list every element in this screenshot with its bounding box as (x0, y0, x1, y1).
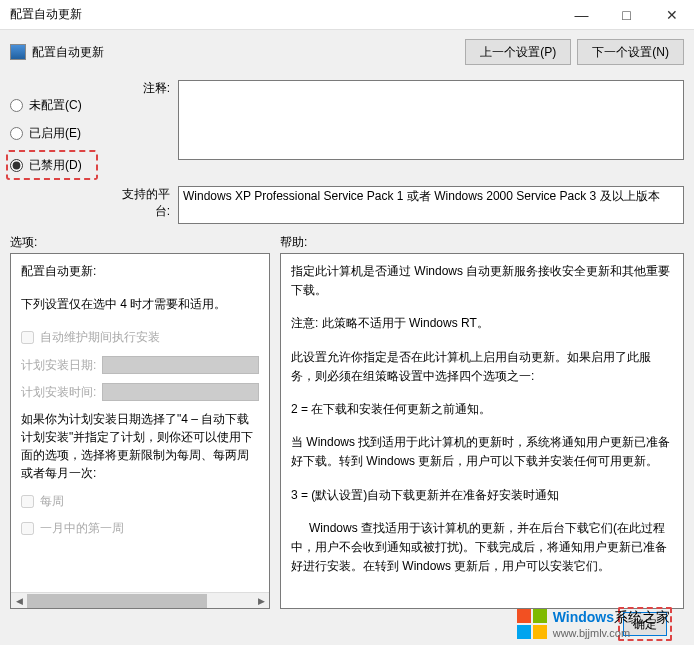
help-inner: 指定此计算机是否通过 Windows 自动更新服务接收安全更新和其他重要下载。 … (291, 262, 673, 576)
checkbox-auto-maintain[interactable]: 自动维护期间执行安装 (21, 328, 259, 347)
radio-not-configured-input[interactable] (10, 99, 23, 112)
toolbar-title: 配置自动更新 (32, 44, 459, 61)
checkbox-weekly-label: 每周 (40, 492, 64, 511)
radio-disabled-label: 已禁用(D) (29, 157, 82, 174)
maximize-button[interactable]: □ (604, 0, 649, 30)
checkbox-first-week-input (21, 522, 34, 535)
platform-label: 支持的平台: (110, 186, 178, 220)
comment-textarea[interactable] (178, 80, 684, 160)
close-button[interactable]: ✕ (649, 0, 694, 30)
comment-field-col (178, 80, 684, 180)
watermark-text: Windows系统之家 www.bjjmlv.com (553, 609, 670, 639)
radio-not-configured[interactable]: 未配置(C) (10, 94, 110, 116)
plan-date-select (102, 356, 259, 374)
options-panel: 配置自动更新: 下列设置仅在选中 4 时才需要和适用。 自动维护期间执行安装 计… (10, 253, 270, 609)
plan-time-select (102, 383, 259, 401)
highlight-disabled: 已禁用(D) (6, 150, 98, 180)
windows-logo-icon (517, 609, 547, 639)
plan-time-row: 计划安装时间: (21, 383, 259, 402)
plan-time-label: 计划安装时间: (21, 383, 96, 402)
platform-box[interactable]: Windows XP Professional Service Pack 1 或… (178, 186, 684, 224)
watermark-suffix: 系统之家 (614, 609, 670, 625)
help-panel: 指定此计算机是否通过 Windows 自动更新服务接收安全更新和其他重要下载。 … (280, 253, 684, 609)
help-p5: 当 Windows 找到适用于此计算机的更新时，系统将通知用户更新已准备好下载。… (291, 433, 673, 471)
radio-enabled[interactable]: 已启用(E) (10, 122, 110, 144)
options-note: 下列设置仅在选中 4 时才需要和适用。 (21, 295, 259, 314)
radio-disabled[interactable]: 已禁用(D) (10, 154, 92, 176)
radio-not-configured-label: 未配置(C) (29, 97, 82, 114)
platform-row: 支持的平台: Windows XP Professional Service P… (0, 186, 694, 230)
plan-date-label: 计划安装日期: (21, 356, 96, 375)
watermark-url: www.bjjmlv.com (553, 627, 670, 639)
policy-icon (10, 44, 26, 60)
checkbox-auto-maintain-input (21, 331, 34, 344)
next-setting-button[interactable]: 下一个设置(N) (577, 39, 684, 65)
checkbox-first-week[interactable]: 一月中的第一周 (21, 519, 259, 538)
help-p4: 2 = 在下载和安装任何更新之前通知。 (291, 400, 673, 419)
help-p1: 指定此计算机是否通过 Windows 自动更新服务接收安全更新和其他重要下载。 (291, 262, 673, 300)
options-header: 选项: (10, 234, 280, 251)
watermark-brand: Windows (553, 609, 614, 625)
titlebar: 配置自动更新 — □ ✕ (0, 0, 694, 30)
radio-column: 未配置(C) 已启用(E) 已禁用(D) (10, 80, 110, 180)
radio-enabled-input[interactable] (10, 127, 23, 140)
help-p3: 此设置允许你指定是否在此计算机上启用自动更新。如果启用了此服务，则必须在组策略设… (291, 348, 673, 386)
checkbox-weekly[interactable]: 每周 (21, 492, 259, 511)
options-inner: 配置自动更新: 下列设置仅在选中 4 时才需要和适用。 自动维护期间执行安装 计… (11, 254, 269, 554)
prev-setting-button[interactable]: 上一个设置(P) (465, 39, 571, 65)
help-p6: 3 = (默认设置)自动下载更新并在准备好安装时通知 (291, 486, 673, 505)
help-p2: 注意: 此策略不适用于 Windows RT。 (291, 314, 673, 333)
comment-label: 注释: (110, 80, 178, 180)
help-header: 帮助: (280, 234, 684, 251)
radio-disabled-input[interactable] (10, 159, 23, 172)
watermark: Windows系统之家 www.bjjmlv.com (517, 609, 670, 639)
radio-enabled-label: 已启用(E) (29, 125, 81, 142)
checkbox-auto-maintain-label: 自动维护期间执行安装 (40, 328, 160, 347)
plan-date-row: 计划安装日期: (21, 356, 259, 375)
checkbox-weekly-input (21, 495, 34, 508)
options-para-if: 如果你为计划安装日期选择了"4 – 自动下载计划安装"并指定了计划，则你还可以使… (21, 410, 259, 482)
panel-labels: 选项: 帮助: (0, 230, 694, 253)
content-row: 配置自动更新: 下列设置仅在选中 4 时才需要和适用。 自动维护期间执行安装 计… (0, 253, 694, 609)
checkbox-first-week-label: 一月中的第一周 (40, 519, 124, 538)
config-section: 未配置(C) 已启用(E) 已禁用(D) 注释: (0, 74, 694, 186)
window-title: 配置自动更新 (0, 6, 559, 23)
help-p7: Windows 查找适用于该计算机的更新，并在后台下载它们(在此过程中，用户不会… (291, 519, 673, 577)
minimize-button[interactable]: — (559, 0, 604, 30)
options-title: 配置自动更新: (21, 262, 259, 281)
toolbar: 配置自动更新 上一个设置(P) 下一个设置(N) (0, 30, 694, 74)
